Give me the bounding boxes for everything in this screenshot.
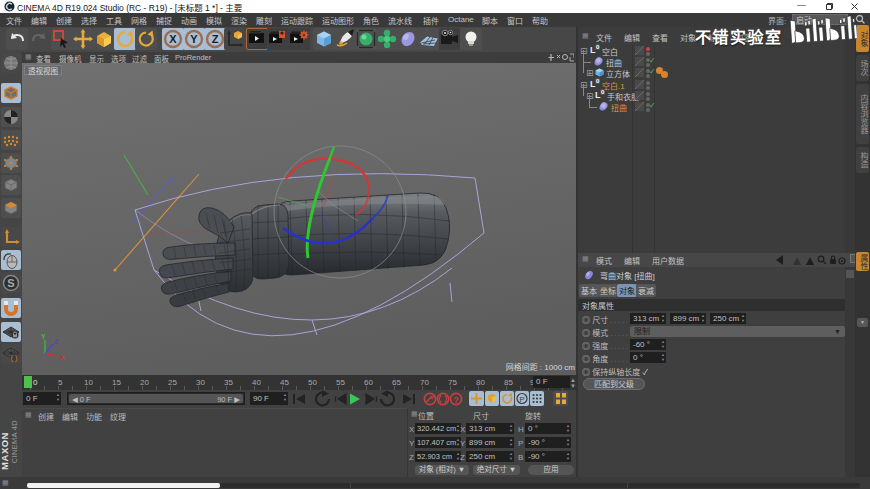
svg-text:P: P — [519, 395, 524, 404]
svg-text:Z: Z — [54, 338, 59, 345]
svg-text:Y: Y — [190, 33, 198, 45]
svg-text:X: X — [60, 354, 65, 361]
svg-text:Y: Y — [41, 333, 46, 340]
svg-text:?: ? — [453, 395, 458, 405]
svg-text:( ): ( ) — [11, 354, 18, 362]
svg-text:X: X — [169, 33, 177, 45]
svg-text:S: S — [7, 277, 14, 289]
svg-text:Z: Z — [212, 33, 219, 45]
